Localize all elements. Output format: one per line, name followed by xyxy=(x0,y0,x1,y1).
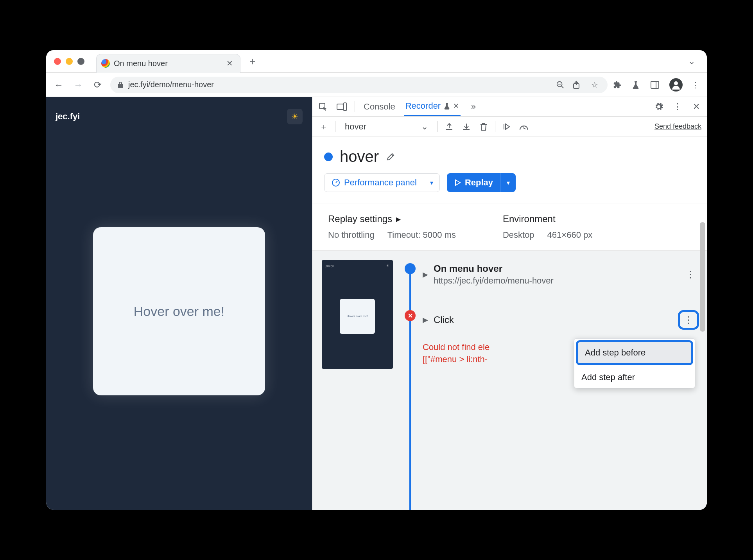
panel-icon[interactable] xyxy=(651,81,662,89)
import-icon[interactable] xyxy=(461,121,472,133)
step-title: On menu hover xyxy=(434,263,554,274)
recording-name: hover xyxy=(345,122,366,132)
extensions-icon[interactable] xyxy=(613,81,625,89)
gauge-icon xyxy=(332,178,340,187)
preview-thumbnail: jec.fyi☀ Hover over me! xyxy=(322,260,393,369)
scrollbar-thumb[interactable] xyxy=(700,222,705,332)
kebab-icon[interactable]: ⋮ xyxy=(682,267,699,282)
pencil-icon[interactable] xyxy=(386,152,395,162)
trash-icon[interactable] xyxy=(478,121,489,133)
preview-card: Hover over me! xyxy=(340,299,375,334)
recorder-actionbar: ＋ hover ⌄ xyxy=(312,117,707,137)
steps-panel: jec.fyi☀ Hover over me! ▶ xyxy=(312,251,707,510)
recording-selector[interactable]: hover ⌄ xyxy=(341,120,432,133)
recording-title-row: hover xyxy=(324,148,695,165)
back-button[interactable]: ← xyxy=(52,78,66,92)
env-dimensions: 461×660 px xyxy=(547,230,593,240)
gear-icon[interactable] xyxy=(653,101,665,113)
replay-settings-col: Replay settings ▸ No throttling Timeout:… xyxy=(328,214,456,240)
step-item: ▶ On menu hover https://jec.fyi/demo/men… xyxy=(405,260,707,295)
url-text: jec.fyi/demo/menu-hover xyxy=(128,80,214,89)
kebab-icon[interactable]: ⋮ xyxy=(690,80,701,90)
page-center: Hover over me! xyxy=(56,124,303,498)
more-tabs-icon[interactable]: » xyxy=(468,101,479,113)
device-icon[interactable] xyxy=(336,101,348,113)
chevron-down-icon[interactable]: ⌄ xyxy=(684,56,699,66)
performance-panel-main[interactable]: Performance panel xyxy=(325,174,424,192)
step-marker-icon xyxy=(405,263,416,274)
omnibox[interactable]: jec.fyi/demo/menu-hover ☆ xyxy=(110,77,608,93)
steps-column: ▶ On menu hover https://jec.fyi/demo/men… xyxy=(405,260,707,510)
close-icon[interactable]: ✕ xyxy=(453,102,459,110)
share-icon[interactable] xyxy=(572,81,584,89)
env-device: Desktop xyxy=(503,230,534,240)
star-icon[interactable]: ☆ xyxy=(589,80,601,90)
slow-replay-icon[interactable] xyxy=(518,121,530,133)
browser-window: On menu hover ✕ ＋ ⌄ ← → ⟳ jec.fyi/demo/m… xyxy=(46,50,707,510)
performance-panel-label: Performance panel xyxy=(344,178,417,188)
page-brand: jec.fyi xyxy=(56,111,80,122)
flask-icon[interactable] xyxy=(632,81,644,89)
replay-label: Replay xyxy=(465,178,493,188)
preview-card-text: Hover over me! xyxy=(347,314,368,318)
export-icon[interactable] xyxy=(443,121,455,133)
browser-tab[interactable]: On menu hover ✕ xyxy=(96,54,240,73)
recording-title: hover xyxy=(340,148,379,165)
tab-console[interactable]: Console xyxy=(362,98,397,116)
context-menu: Add step before Add step after xyxy=(574,338,695,388)
svg-rect-4 xyxy=(651,81,659,88)
close-icon[interactable]: ✕ xyxy=(690,101,702,113)
forward-button[interactable]: → xyxy=(71,78,85,92)
replay-button[interactable]: Replay ▾ xyxy=(447,173,516,192)
hover-card[interactable]: Hover over me! xyxy=(93,227,265,395)
theme-toggle-button[interactable]: ☀ xyxy=(287,109,303,124)
profile-avatar[interactable] xyxy=(669,78,683,92)
performance-panel-dropdown[interactable]: ▾ xyxy=(424,174,439,192)
timeline-line xyxy=(409,266,411,510)
kebab-icon[interactable]: ⋮ xyxy=(672,101,683,113)
new-tab-button[interactable]: ＋ xyxy=(247,54,258,68)
performance-panel-button[interactable]: Performance panel ▾ xyxy=(324,173,440,192)
replay-main[interactable]: Replay xyxy=(447,173,500,192)
environment-label: Environment xyxy=(503,214,556,224)
caret-right-icon: ▸ xyxy=(396,214,401,224)
page-pane: jec.fyi ☀ Hover over me! xyxy=(46,97,312,510)
environment-col: Environment Desktop 461×660 px xyxy=(503,214,592,240)
step-title: Click xyxy=(434,314,454,325)
window-minimize[interactable] xyxy=(66,58,73,65)
reload-button[interactable]: ⟳ xyxy=(91,78,105,92)
step-url: https://jec.fyi/demo/menu-hover xyxy=(434,276,554,286)
caret-right-icon[interactable]: ▶ xyxy=(423,316,428,324)
devtools-panel: Console Recorder ✕ » ⋮ ✕ ＋ hove xyxy=(312,97,707,510)
replay-dropdown[interactable]: ▾ xyxy=(500,173,516,192)
play-icon xyxy=(454,179,461,186)
kebab-icon[interactable]: ⋮ xyxy=(678,310,699,330)
svg-rect-9 xyxy=(337,104,343,109)
replay-settings-heading[interactable]: Replay settings ▸ xyxy=(328,214,456,224)
button-row: Performance panel ▾ Replay ▾ xyxy=(312,173,707,203)
favicon-icon xyxy=(101,59,110,68)
traffic-lights xyxy=(54,58,84,65)
window-maximize[interactable] xyxy=(77,58,84,65)
url-bar: ← → ⟳ jec.fyi/demo/menu-hover ☆ xyxy=(46,73,707,97)
inspect-icon[interactable] xyxy=(317,101,329,113)
window-close[interactable] xyxy=(54,58,61,65)
tab-recorder[interactable]: Recorder ✕ xyxy=(404,97,461,116)
environment-values: Desktop 461×660 px xyxy=(503,230,592,240)
menu-item-add-after[interactable]: Add step after xyxy=(574,367,695,388)
page-header: jec.fyi ☀ xyxy=(56,109,303,124)
step-forward-icon[interactable] xyxy=(501,121,513,133)
close-icon[interactable]: ✕ xyxy=(226,59,233,68)
zoom-out-icon[interactable] xyxy=(556,81,568,89)
svg-line-1 xyxy=(561,86,564,88)
title-bar: On menu hover ✕ ＋ ⌄ xyxy=(46,50,707,73)
menu-item-add-before[interactable]: Add step before xyxy=(576,340,693,365)
record-dot-icon xyxy=(324,153,333,161)
hover-card-text: Hover over me! xyxy=(134,304,224,319)
caret-right-icon[interactable]: ▶ xyxy=(423,270,428,279)
feedback-link[interactable]: Send feedback xyxy=(654,122,701,131)
lock-icon xyxy=(117,81,124,88)
body-split: jec.fyi ☀ Hover over me! Console xyxy=(46,97,707,510)
add-recording-button[interactable]: ＋ xyxy=(318,121,330,133)
environment-heading: Environment xyxy=(503,214,592,224)
